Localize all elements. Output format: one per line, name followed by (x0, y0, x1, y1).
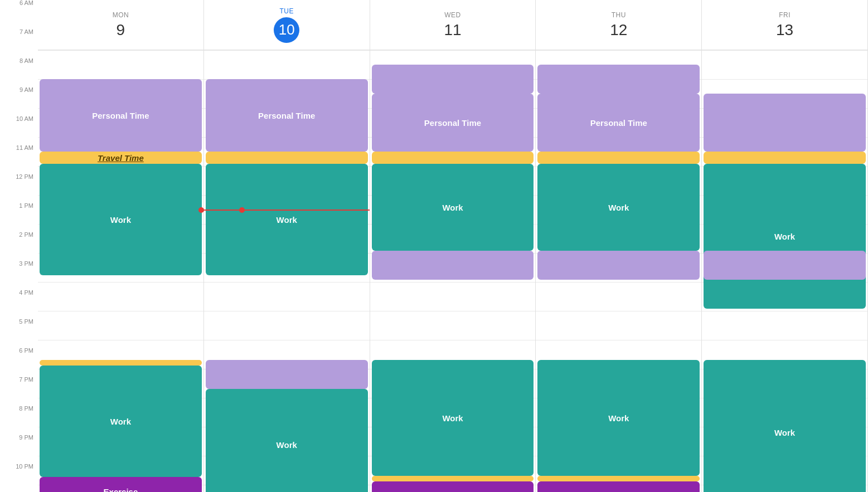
event-personal-time[interactable] (206, 360, 368, 389)
time-label: 2 PM (0, 231, 38, 260)
event-personal-time[interactable] (372, 251, 534, 280)
hour-line (204, 50, 370, 51)
event-personal-time[interactable]: Personal Time (206, 79, 368, 152)
time-label: 1 PM (0, 202, 38, 231)
time-label: 6 AM (0, 0, 38, 28)
day-number: 13 (776, 21, 793, 39)
event-personal-time[interactable] (537, 251, 700, 280)
hour-line (702, 340, 867, 340)
event-yellow-band[interactable] (372, 476, 534, 481)
event-work[interactable]: Work (372, 164, 534, 251)
time-labels: 6 AM7 AM8 AM9 AM10 AM11 AM12 PM1 PM2 PM3… (0, 3, 38, 492)
day-number: 12 (610, 21, 627, 39)
time-label: 11 AM (0, 144, 38, 173)
time-label: 10 PM (0, 463, 38, 492)
event-exercise[interactable]: Exercise (372, 481, 534, 492)
event-work[interactable]: Work (704, 360, 866, 492)
day-column-mon: Personal TimeTravel TimeWorkWorkExercise (38, 50, 204, 492)
event-personal-time[interactable] (704, 94, 866, 152)
hour-line (204, 311, 370, 311)
day-header-13: FRI13 (702, 0, 868, 50)
hour-line (370, 311, 536, 311)
event-personal-time[interactable]: Personal Time (40, 79, 202, 152)
hour-line (204, 282, 370, 282)
hour-line (702, 50, 867, 51)
event-yellow-band[interactable] (206, 152, 368, 164)
hour-line (536, 340, 701, 340)
day-column-thu: Personal TimeWorkWorkExerciseEvents/Acti… (536, 50, 702, 492)
hour-line (38, 50, 203, 51)
day-number: 11 (444, 21, 461, 39)
event-work[interactable]: Work (537, 360, 700, 476)
day-headers: MON9TUE10WED11THU12FRI13 (38, 0, 868, 50)
day-header-10: TUE10 (204, 0, 370, 50)
event-personal-time[interactable] (704, 251, 866, 280)
time-label: 12 PM (0, 173, 38, 202)
event-work[interactable]: Work (372, 360, 534, 476)
event-work[interactable]: Work (704, 164, 866, 309)
day-header-12: THU12 (536, 0, 702, 50)
hour-line (536, 50, 701, 51)
event-personal-time[interactable] (537, 65, 700, 94)
time-label: 8 AM (0, 57, 38, 86)
time-label: 9 PM (0, 434, 38, 463)
calendar-main: MON9TUE10WED11THU12FRI13 Personal TimeTr… (38, 0, 868, 492)
day-name: THU (612, 11, 626, 19)
event-yellow-band[interactable] (537, 476, 700, 481)
hour-line (370, 340, 536, 340)
time-label: 9 AM (0, 86, 38, 115)
time-label: 7 PM (0, 376, 38, 405)
hour-line (38, 311, 203, 311)
time-label: 8 PM (0, 405, 38, 434)
day-column-wed: Personal TimeWorkWorkExerciseEvents/Acti… (370, 50, 536, 492)
day-name: WED (444, 11, 461, 19)
time-gutter: 6 AM7 AM8 AM9 AM10 AM11 AM12 PM1 PM2 PM3… (0, 0, 38, 492)
day-name: TUE (279, 7, 294, 15)
current-time-line (201, 210, 370, 211)
time-label: 4 PM (0, 289, 38, 318)
hour-line (38, 282, 203, 282)
event-work[interactable]: Work (40, 164, 202, 275)
event-travel-time[interactable]: Travel Time (40, 152, 202, 164)
hour-line (536, 282, 701, 282)
hour-line (204, 340, 370, 340)
calendar-container: 6 AM7 AM8 AM9 AM10 AM11 AM12 PM1 PM2 PM3… (0, 0, 868, 492)
event-exercise[interactable]: Exercise (40, 477, 202, 492)
event-yellow-band[interactable] (704, 152, 866, 164)
time-label: 6 PM (0, 347, 38, 376)
event-yellow-band[interactable] (537, 152, 700, 164)
time-label: 5 PM (0, 318, 38, 347)
day-header-9: MON9 (38, 0, 204, 50)
event-personal-time[interactable] (372, 65, 534, 94)
event-exercise[interactable]: Exercise (537, 481, 700, 492)
time-label: 7 AM (0, 28, 38, 57)
current-time-dot (198, 207, 204, 213)
days-grid: Personal TimeTravel TimeWorkWorkExercise… (38, 50, 868, 492)
event-work[interactable]: Work (537, 164, 700, 251)
hour-line (702, 79, 867, 80)
hour-line (536, 311, 701, 311)
day-column-tue: Personal TimeWorkWorkFamily Time (204, 50, 370, 492)
day-number: 9 (117, 21, 125, 39)
day-header-11: WED11 (370, 0, 536, 50)
day-column-fri: WorkWorkFamily TimePersonal Time (702, 50, 868, 492)
hour-line (702, 311, 867, 311)
event-work[interactable]: Work (206, 389, 368, 492)
event-work[interactable]: Work (206, 164, 368, 275)
event-work[interactable]: Work (40, 366, 202, 477)
day-number: 10 (274, 17, 299, 43)
hour-line (370, 50, 536, 51)
hour-line (370, 282, 536, 282)
grid-body[interactable]: Personal TimeTravel TimeWorkWorkExercise… (38, 50, 868, 492)
hour-line (38, 340, 203, 340)
event-personal-time[interactable]: Personal Time (372, 94, 534, 152)
time-label: 3 PM (0, 260, 38, 289)
event-yellow-band[interactable] (372, 152, 534, 164)
day-name: FRI (779, 11, 791, 19)
event-yellow-band[interactable] (40, 360, 202, 366)
time-label: 10 AM (0, 115, 38, 144)
day-name: MON (113, 11, 129, 19)
event-personal-time[interactable]: Personal Time (537, 94, 700, 152)
